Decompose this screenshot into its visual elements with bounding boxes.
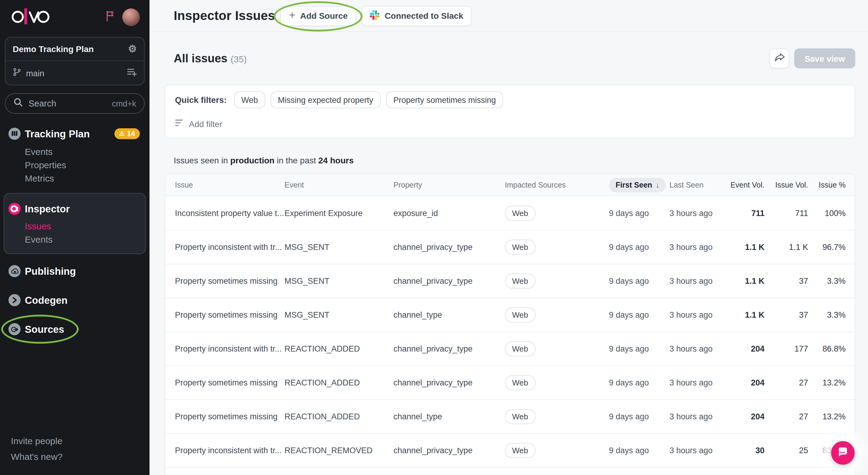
sidebar-footer: Invite people What's new? [11,433,63,465]
invite-people-link[interactable]: Invite people [11,433,63,449]
save-view-button[interactable]: Save view [794,49,855,68]
col-issue[interactable]: Issue [175,181,284,189]
filter-icon [175,119,183,129]
connected-to-slack-button[interactable]: Connected to Slack [362,6,472,26]
first-seen-cell: 9 days ago [609,310,670,319]
property-cell: channel_privacy_type [394,446,505,455]
impacted-sources-cell: Web [505,240,609,255]
col-property[interactable]: Property [394,181,505,189]
issue-cell: Property inconsistent with tr... [175,446,284,455]
event-cell: REACTION_ADDED [284,344,394,353]
issue-vol-cell: 177 [795,344,808,353]
issue-pct-cell: 100% [825,209,846,218]
col-first-seen-sort[interactable]: First Seen ↓ [609,178,666,192]
warning-icon: ⚠ [119,131,124,137]
table-row[interactable]: Property sometimes missing REACTION_ADDE… [165,399,855,433]
table-header: Issue Event Property Impacted Sources Fi… [165,174,855,196]
sidebar-item-inspector-events[interactable]: Events [25,233,145,246]
add-filter-button[interactable]: Add filter [175,119,222,129]
first-seen-cell: 9 days ago [609,446,670,455]
last-seen-cell: 3 hours ago [670,310,729,319]
event-cell: Experiment Exposure [284,209,394,218]
branch-row[interactable]: main [5,61,144,85]
page-title: Inspector Issues [174,8,275,23]
sidebar-item-codegen[interactable]: Codegen [0,292,150,309]
workspace-name-row[interactable]: Demo Tracking Plan ⚙ [5,37,144,61]
avo-logo[interactable] [11,6,50,28]
sidebar-item-sources[interactable]: Sources [0,321,150,338]
view-title: All issues (35) [174,52,247,65]
impacted-sources-cell: Web [505,409,609,424]
table-body: Inconsistent property value t... Experim… [165,196,855,467]
filter-chip-missing-expected-property[interactable]: Missing expected property [271,91,380,108]
impacted-sources-cell: Web [505,341,609,356]
sidebar-item-inspector-issues[interactable]: Issues [25,220,145,233]
col-event[interactable]: Event [284,181,394,189]
sidebar-item-inspector[interactable]: Inspector [4,200,145,217]
issue-vol-cell: 711 [795,209,808,218]
filters-panel: Quick filters: Web Missing expected prop… [165,85,855,138]
sources-label: Sources [25,323,64,335]
new-branch-icon[interactable] [126,67,137,79]
sidebar-item-properties[interactable]: Properties [25,159,150,172]
inspector-label: Inspector [25,203,70,215]
sidebar-item-events[interactable]: Events [25,145,150,159]
event-vol-cell: 204 [751,344,765,353]
event-vol-cell: 30 [755,446,765,455]
sidebar-item-tracking-plan[interactable]: Tracking Plan ⚠ 14 [0,125,150,142]
last-seen-cell: 3 hours ago [670,344,729,353]
gear-icon[interactable]: ⚙ [128,44,137,54]
col-issue-vol[interactable]: Issue Vol. [775,181,808,189]
first-seen-cell: 9 days ago [609,243,670,252]
filter-chip-web[interactable]: Web [234,91,265,108]
table-row-partial [165,467,855,475]
tracking-plan-label: Tracking Plan [25,128,90,139]
event-vol-cell: 1.1 K [745,310,765,319]
scope-line: Issues seen in production in the past 24… [174,156,855,165]
issue-pct-cell: 13.2% [822,412,846,421]
source-chip: Web [505,240,535,255]
workspace-switcher: Demo Tracking Plan ⚙ main [5,37,145,85]
chat-bubble-icon [837,446,849,460]
source-chip: Web [505,205,535,221]
share-arrow-icon [773,52,785,65]
property-cell: channel_privacy_type [394,344,505,353]
col-event-vol[interactable]: Event Vol. [730,181,765,189]
sidebar-item-metrics[interactable]: Metrics [25,172,150,185]
col-impacted-sources[interactable]: Impacted Sources [505,181,609,189]
inspector-logo-icon [8,203,21,215]
event-vol-cell: 204 [751,378,765,387]
col-issue-pct[interactable]: Issue % [819,181,846,189]
table-row[interactable]: Inconsistent property value t... Experim… [165,196,855,230]
table-row[interactable]: Property inconsistent with tr... REACTIO… [165,331,855,366]
inspector-section: Inspector Issues Events [4,193,146,254]
source-chip: Web [505,274,535,289]
flag-icon[interactable] [105,10,115,24]
whats-new-link[interactable]: What's new? [11,449,63,465]
filter-chip-property-sometimes-missing[interactable]: Property sometimes missing [386,91,503,108]
badge-count: 14 [127,129,135,138]
search-shortcut: cmd+k [112,99,136,108]
table-row[interactable]: Property sometimes missing REACTION_ADDE… [165,366,855,399]
workspace-name: Demo Tracking Plan [13,44,94,54]
avatar[interactable] [122,8,140,26]
property-cell: channel_type [394,310,505,319]
issue-pct-cell: 3.3% [827,277,846,286]
issue-vol-cell: 27 [799,412,808,421]
col-last-seen[interactable]: Last Seen [670,181,729,189]
sidebar-item-publishing[interactable]: Publishing [0,263,150,280]
search-placeholder: Search [28,99,56,108]
source-chip: Web [505,409,535,424]
table-row[interactable]: Property inconsistent with tr... REACTIO… [165,433,855,467]
last-seen-cell: 3 hours ago [670,378,729,387]
source-chip: Web [505,375,535,390]
share-button[interactable] [769,49,789,68]
search-input[interactable]: Search cmd+k [5,93,145,114]
source-chip: Web [505,307,535,322]
source-chip: Web [505,341,535,356]
intercom-chat-button[interactable] [831,441,855,465]
table-row[interactable]: Property sometimes missing MSG_SENT chan… [165,264,855,298]
table-row[interactable]: Property sometimes missing MSG_SENT chan… [165,298,855,331]
table-row[interactable]: Property inconsistent with tr... MSG_SEN… [165,230,855,264]
add-source-button[interactable]: + Add Source [281,6,356,26]
